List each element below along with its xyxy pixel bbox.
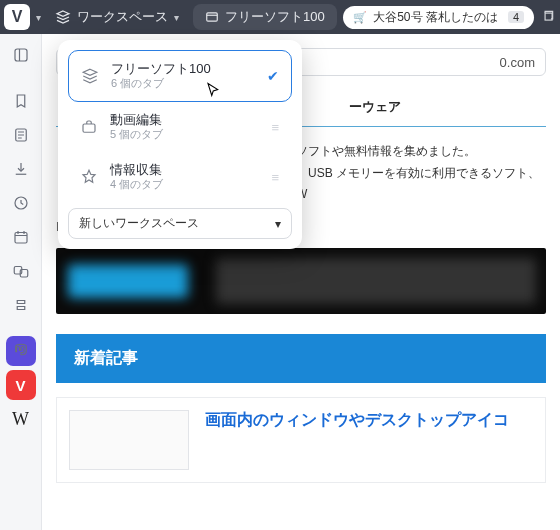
briefcase-icon [80,118,98,136]
workspace-name: 動画編集 [110,112,259,128]
ad-banner[interactable] [56,248,546,314]
browser-topbar: V ▾ ワークスペース ▾ フリーソフト100 🛒 大谷50号 落札したのは 4 [0,0,560,34]
svg-rect-2 [15,49,27,61]
vivaldi-panel-icon[interactable]: V [6,370,36,400]
star-icon [80,168,98,186]
workspace-name: 情報収集 [110,162,259,178]
news-text: 大谷50号 落札したのは [373,9,498,26]
panel-sidebar: V W [0,34,42,530]
news-ticker[interactable]: 🛒 大谷50号 落札したのは 4 [343,6,534,29]
svg-rect-5 [15,233,27,244]
calendar-icon[interactable] [6,222,36,252]
panels-toggle-icon[interactable] [6,40,36,70]
downloads-icon[interactable] [6,154,36,184]
restore-window-icon[interactable] [540,9,556,26]
workspace-switcher-button[interactable]: ワークスペース ▾ [47,4,187,30]
active-tab[interactable]: フリーソフト100 [193,4,337,30]
mastodon-icon[interactable] [6,336,36,366]
workspace-tab-count: 4 個のタブ [110,178,259,192]
cart-icon: 🛒 [353,11,367,24]
stack-icon [81,67,99,85]
chevron-down-icon[interactable]: ▾ [36,12,41,23]
drag-handle-icon[interactable]: ≡ [271,170,280,185]
article-item[interactable]: 画面内のウィンドウやデスクトップアイコ [56,397,546,483]
history-icon[interactable] [6,188,36,218]
svg-rect-8 [83,124,95,132]
drag-handle-icon[interactable]: ≡ [271,120,280,135]
translate-icon[interactable] [6,256,36,286]
chevron-down-icon: ▾ [275,217,281,231]
wikipedia-icon[interactable]: W [6,404,36,434]
vivaldi-logo-icon[interactable]: V [4,4,30,30]
new-workspace-button[interactable]: 新しいワークスペース ▾ [68,208,292,239]
workspace-label: ワークスペース [77,8,168,26]
sessions-icon[interactable] [6,290,36,320]
workspace-dropdown: フリーソフト100 6 個のタブ ✔ 動画編集 5 個のタブ ≡ 情報収集 4 … [58,40,302,249]
workspace-tab-count: 5 個のタブ [110,128,259,142]
chevron-down-icon: ▾ [174,12,179,23]
reading-list-icon[interactable] [6,120,36,150]
check-icon: ✔ [267,68,279,84]
section-heading: 新着記事 [56,334,546,383]
workspace-item-video[interactable]: 動画編集 5 個のタブ ≡ [68,102,292,152]
workspace-name: フリーソフト100 [111,61,255,77]
article-thumbnail [69,410,189,470]
article-title[interactable]: 画面内のウィンドウやデスクトップアイコ [205,410,509,431]
url-fragment: 0.com [500,55,535,70]
bookmarks-icon[interactable] [6,86,36,116]
workspace-item-freesoft100[interactable]: フリーソフト100 6 個のタブ ✔ [68,50,292,102]
workspace-item-info[interactable]: 情報収集 4 個のタブ ≡ [68,152,292,202]
svg-rect-0 [207,13,218,21]
news-badge: 4 [508,11,524,23]
tab-title: フリーソフト100 [225,8,325,26]
stack-icon [55,9,71,25]
workspace-tab-count: 6 個のタブ [111,77,255,91]
window-icon [205,10,219,24]
